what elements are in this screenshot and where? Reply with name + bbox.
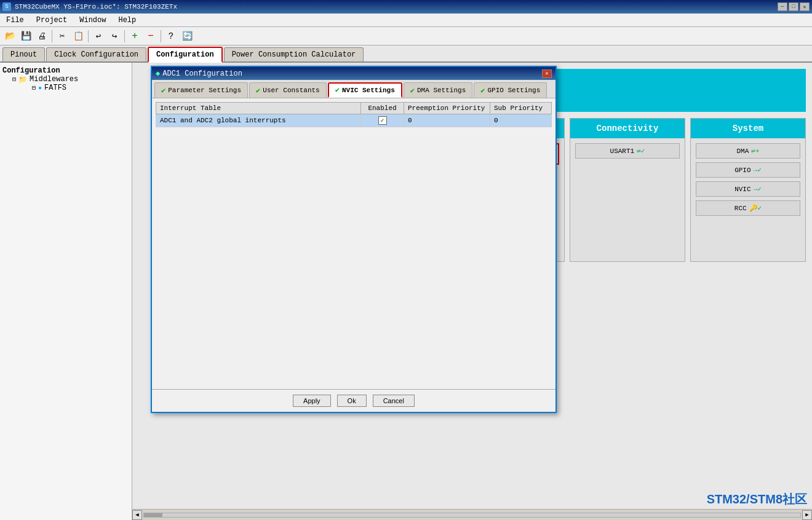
- tab-power[interactable]: Power Consumption Calculator: [224, 47, 364, 61]
- dialog-tab-dma[interactable]: ✔ DMA Settings: [404, 82, 472, 98]
- app-icon: S: [2, 2, 11, 11]
- toolbar-cut[interactable]: ✂: [55, 29, 70, 44]
- gpio-label: GPIO: [734, 167, 750, 174]
- gpio-button[interactable]: GPIO →✓: [696, 162, 800, 178]
- usart1-icon: ⇌✓: [637, 147, 645, 155]
- apply-button[interactable]: Apply: [293, 395, 331, 407]
- user-check-icon: ✔: [256, 86, 260, 95]
- nvic-periph-icon: →✓: [754, 185, 762, 193]
- system-content: DMA ⇌+ GPIO →✓ NVIC →✓ RCC: [691, 138, 805, 261]
- nvic-check-icon: ✔: [335, 85, 340, 95]
- toolbar-redo[interactable]: ↪: [107, 29, 122, 44]
- tab-pinout[interactable]: Pinout: [2, 47, 45, 61]
- menu-project[interactable]: Project: [33, 15, 71, 26]
- user-tab-label: User Constants: [263, 87, 319, 94]
- nvic-label: NVIC: [734, 186, 750, 193]
- tree-root: Configuration ⊟ 📁 Middlewares ⊟ ● FATFS: [2, 65, 129, 93]
- dialog-tab-nvic[interactable]: ✔ NVIC Settings: [328, 82, 402, 98]
- dialog-close-button[interactable]: ✕: [542, 69, 552, 78]
- usart1-label: USART1: [610, 148, 635, 155]
- system-panel: System DMA ⇌+ GPIO →✓ NVIC →✓: [690, 118, 806, 262]
- toolbar-help[interactable]: ?: [164, 29, 178, 44]
- menu-file[interactable]: File: [2, 15, 28, 26]
- toolbar-print[interactable]: 🖨: [34, 29, 49, 44]
- dma-label: DMA: [736, 148, 749, 155]
- dialog-tab-param[interactable]: ✔ Parameter Settings: [154, 82, 248, 98]
- toolbar: 📂 💾 🖨 ✂ 📋 ↩ ↪ + − ? 🔄: [0, 27, 812, 45]
- gpio-tab-label: GPIO Settings: [487, 87, 540, 94]
- scroll-track[interactable]: [143, 513, 801, 518]
- right-panel: ◆ ADC1 Configuration ✕ ✔ Parameter Setti…: [132, 63, 812, 520]
- menu-window[interactable]: Window: [76, 15, 109, 26]
- gpio-check-icon: ✔: [480, 86, 485, 95]
- middlewares-label: Middlewares: [30, 75, 78, 84]
- col-interrupt: Interrupt Table: [156, 103, 361, 114]
- dialog-tabs: ✔ Parameter Settings ✔ User Constants ✔ …: [152, 80, 555, 98]
- col-sub: Sub Priority: [490, 103, 552, 114]
- watermark-main: STM32/STM8社区: [707, 491, 807, 508]
- adc1-dialog: ◆ ADC1 Configuration ✕ ✔ Parameter Setti…: [151, 66, 557, 413]
- toolbar-open[interactable]: 📂: [2, 29, 17, 44]
- rcc-button[interactable]: RCC 🔑✓: [696, 200, 800, 216]
- config-label: Configuration: [2, 66, 129, 75]
- dma-tab-label: DMA Settings: [417, 87, 466, 94]
- maximize-button[interactable]: □: [789, 2, 798, 11]
- col-preemption: Preemption Priority: [404, 103, 490, 114]
- usart1-button[interactable]: USART1 ⇌✓: [575, 143, 680, 159]
- nvic-button[interactable]: NVIC →✓: [696, 181, 800, 197]
- dialog-empty-area: [156, 127, 552, 385]
- interrupt-name: ADC1 and ADC2 global interrupts: [156, 114, 361, 127]
- sub-cell[interactable]: 0: [490, 114, 552, 127]
- dma-button[interactable]: DMA ⇌+: [696, 143, 800, 159]
- dialog-content: Interrupt Table Enabled Preemption Prior…: [152, 98, 555, 389]
- dialog-title: ADC1 Configuration: [162, 69, 242, 78]
- param-check-icon: ✔: [161, 86, 165, 95]
- toolbar-separator-2: [88, 30, 89, 42]
- toolbar-save[interactable]: 💾: [18, 29, 33, 44]
- connectivity-content: USART1 ⇌✓: [570, 138, 685, 261]
- toolbar-separator-4: [161, 30, 161, 42]
- ok-button[interactable]: Ok: [337, 395, 367, 407]
- scroll-thumb[interactable]: [144, 513, 162, 517]
- tab-clock[interactable]: Clock Configuration: [46, 47, 146, 61]
- connectivity-panel: Connectivity USART1 ⇌✓: [570, 118, 685, 262]
- toolbar-remove[interactable]: −: [143, 29, 158, 44]
- menu-bar: File Project Window Help: [0, 14, 812, 27]
- circle-icon: ●: [38, 85, 42, 92]
- col-enabled: Enabled: [361, 103, 404, 114]
- enabled-cell[interactable]: [361, 114, 404, 127]
- rcc-periph-icon: 🔑✓: [749, 204, 762, 212]
- enabled-checkbox[interactable]: [378, 116, 387, 125]
- table-row: ADC1 and ADC2 global interrupts 0 0: [156, 114, 552, 127]
- folder-icon: 📁: [18, 76, 27, 84]
- toolbar-refresh[interactable]: 🔄: [180, 29, 194, 44]
- scroll-right-button[interactable]: ▶: [802, 510, 812, 520]
- dialog-tab-user[interactable]: ✔ User Constants: [249, 82, 327, 98]
- main-content: Configuration ⊟ 📁 Middlewares ⊟ ● FATFS: [0, 63, 812, 520]
- dma-check-icon: ✔: [410, 86, 415, 95]
- param-tab-label: Parameter Settings: [168, 87, 241, 94]
- scroll-left-button[interactable]: ◀: [132, 510, 142, 520]
- tree-middlewares: ⊟ 📁 Middlewares ⊟ ● FATFS: [2, 75, 129, 92]
- interrupt-table: Interrupt Table Enabled Preemption Prior…: [156, 102, 552, 127]
- dma-periph-icon: ⇌+: [751, 147, 759, 155]
- title-bar: S STM32CubeMX YS-F1Pro.ioc*: STM32F103ZE…: [0, 0, 812, 14]
- toolbar-paste[interactable]: 📋: [71, 29, 86, 44]
- minimize-button[interactable]: ─: [778, 2, 787, 11]
- tab-configuration[interactable]: Configuration: [148, 47, 223, 63]
- menu-help[interactable]: Help: [114, 15, 140, 26]
- dialog-tab-gpio[interactable]: ✔ GPIO Settings: [474, 82, 547, 98]
- toolbar-undo[interactable]: ↩: [91, 29, 106, 44]
- fatfs-label: FATFS: [44, 84, 66, 92]
- toolbar-add[interactable]: +: [127, 29, 142, 44]
- dialog-title-bar: ◆ ADC1 Configuration ✕: [152, 67, 555, 80]
- expand-icon: ⊟: [12, 76, 16, 83]
- cancel-button[interactable]: Cancel: [373, 395, 415, 407]
- gpio-periph-icon: →✓: [754, 166, 762, 174]
- close-button[interactable]: ✕: [800, 2, 810, 11]
- rcc-label: RCC: [734, 205, 747, 212]
- connectivity-header: Connectivity: [570, 119, 685, 138]
- preemption-cell[interactable]: 0: [404, 114, 490, 127]
- horizontal-scrollbar: ◀ ▶: [132, 509, 812, 520]
- dialog-footer: Apply Ok Cancel: [152, 389, 555, 412]
